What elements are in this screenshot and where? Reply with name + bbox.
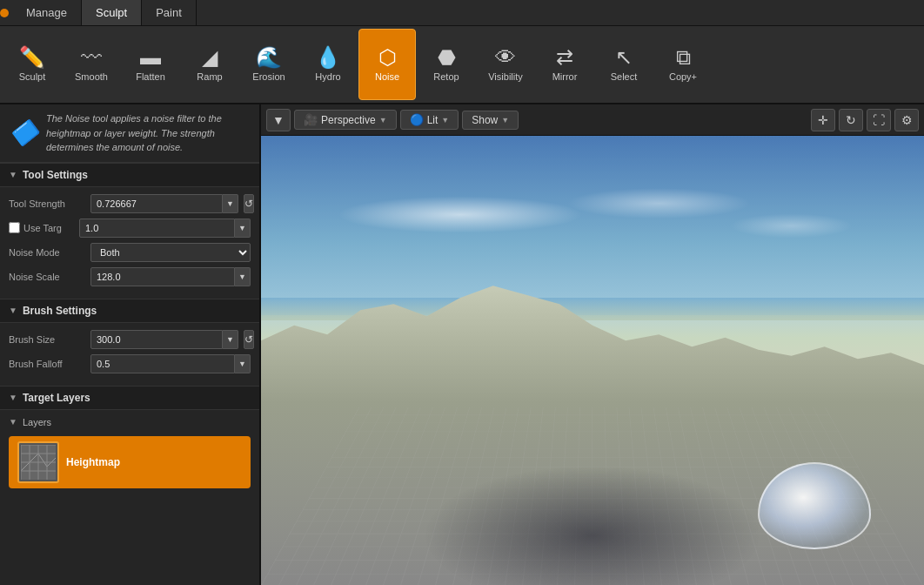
ramp-icon: ◢: [202, 47, 218, 68]
tool-sculpt[interactable]: ✏️ Sculpt: [3, 29, 61, 100]
viewport-canvas[interactable]: [261, 136, 924, 585]
mirror-icon: ⇄: [556, 47, 573, 68]
rotate-viewport-btn[interactable]: ↻: [839, 109, 863, 131]
tab-manage[interactable]: Manage: [12, 0, 82, 25]
noise-scale-row: Noise Scale ▼: [9, 267, 251, 286]
info-icon: 🔷: [9, 115, 39, 151]
maximize-viewport-btn[interactable]: ⛶: [867, 109, 891, 131]
show-btn[interactable]: Show ▼: [462, 111, 519, 130]
tool-ramp[interactable]: ◢ Ramp: [181, 29, 238, 100]
tool-noise[interactable]: ⬡ Noise: [358, 29, 416, 100]
tool-hydro[interactable]: 💧 Hydro: [299, 29, 357, 100]
brush-size-input-group: ▼: [90, 330, 238, 349]
settings-viewport-btn[interactable]: ⚙: [894, 109, 919, 131]
tool-settings-arrow: ▼: [9, 170, 17, 179]
target-layers-header[interactable]: ▼ Target Layers: [0, 386, 259, 410]
lit-dropdown-arrow: ▼: [441, 116, 449, 124]
move-viewport-btn[interactable]: ✛: [811, 109, 835, 131]
select-icon: ↖: [615, 47, 633, 68]
perspective-btn[interactable]: 🎥 Perspective ▼: [294, 110, 397, 130]
noise-scale-arrow-btn[interactable]: ▼: [235, 267, 251, 286]
hydro-icon: 💧: [315, 47, 341, 68]
noise-scale-input[interactable]: [90, 267, 235, 286]
perspective-label: Perspective: [321, 114, 376, 126]
brush-falloff-input[interactable]: [90, 354, 235, 373]
layers-section: ▼ Layers: [0, 410, 259, 492]
brush-falloff-arrow-btn[interactable]: ▼: [235, 354, 251, 373]
smooth-icon: 〰: [81, 47, 102, 68]
tool-flatten[interactable]: ▬ Flatten: [122, 29, 179, 100]
viewport-right-buttons: ✛ ↻ ⛶ ⚙: [811, 109, 919, 131]
visibility-label: Visibility: [488, 71, 523, 82]
noise-scale-input-group: ▼: [90, 267, 251, 286]
use-target-input-group: ▼: [79, 219, 251, 238]
hydro-label: Hydro: [315, 71, 340, 82]
brush-size-arrow-btn[interactable]: ▼: [223, 330, 238, 349]
tab-sculpt[interactable]: Sculpt: [82, 0, 142, 25]
terrain-shadow: [393, 338, 791, 585]
heightmap-name: Heightmap: [66, 456, 120, 468]
copy-icon: ⧉: [676, 47, 691, 68]
brush-falloff-input-group: ▼: [90, 354, 251, 373]
viewport-toolbar: ▼ 🎥 Perspective ▼ 🔵 Lit ▼ Show ▼ ✛ ↻ ⛶ ⚙: [261, 104, 924, 136]
tool-smooth[interactable]: 〰 Smooth: [63, 29, 120, 100]
heightmap-thumb-icon: [21, 445, 56, 480]
use-target-input[interactable]: [79, 219, 235, 238]
main-content: 🔷 The Noise tool applies a noise filter …: [0, 104, 924, 585]
lit-btn[interactable]: 🔵 Lit ▼: [400, 110, 459, 130]
brush-settings-body: Brush Size ▼ ↺ Brush Falloff ▼: [0, 323, 259, 386]
brush-size-row: Brush Size ▼ ↺: [9, 330, 251, 349]
brush-size-input[interactable]: [90, 330, 223, 349]
smooth-label: Smooth: [75, 71, 108, 82]
lit-label: Lit: [427, 114, 439, 126]
sculpt-label: Sculpt: [19, 71, 46, 82]
tool-copy[interactable]: ⧉ Copy+: [654, 29, 712, 100]
left-panel: 🔷 The Noise tool applies a noise filter …: [0, 104, 261, 585]
show-label: Show: [472, 114, 498, 126]
tool-visibility[interactable]: 👁 Visibility: [477, 29, 534, 100]
brush-settings-header[interactable]: ▼ Brush Settings: [0, 299, 259, 323]
tool-strength-input[interactable]: [90, 194, 223, 213]
tool-retop[interactable]: ⬣ Retop: [418, 29, 475, 100]
tab-paint[interactable]: Paint: [142, 0, 197, 25]
description-text: The Noise tool applies a noise filter to…: [46, 111, 251, 155]
flatten-icon: ▬: [140, 47, 161, 68]
tool-mirror[interactable]: ⇄ Mirror: [536, 29, 593, 100]
tool-settings-header[interactable]: ▼ Tool Settings: [0, 163, 259, 187]
use-target-arrow-btn[interactable]: ▼: [235, 219, 251, 238]
brush-size-reset-btn[interactable]: ↺: [244, 330, 254, 349]
tool-strength-reset-btn[interactable]: ↺: [244, 194, 254, 213]
heightmap-thumbnail: [17, 441, 59, 483]
layers-arrow: ▼: [9, 417, 17, 427]
tool-strength-label: Tool Strength: [9, 198, 87, 209]
top-toolbar: Manage Sculpt Paint: [0, 0, 924, 26]
layers-subsection[interactable]: ▼ Layers: [9, 414, 251, 431]
erosion-label: Erosion: [252, 71, 285, 82]
perspective-icon: 🎥: [304, 113, 318, 126]
tool-strength-arrow-btn[interactable]: ▼: [223, 194, 238, 213]
tool-erosion[interactable]: 🌊 Erosion: [240, 29, 298, 100]
perspective-dropdown-arrow: ▼: [379, 116, 387, 124]
icon-toolbar: ✏️ Sculpt 〰 Smooth ▬ Flatten ◢ Ramp 🌊 Er…: [0, 26, 924, 104]
noise-scale-label: Noise Scale: [9, 272, 87, 282]
select-label: Select: [611, 71, 638, 82]
target-layers-title: Target Layers: [23, 392, 90, 404]
flatten-label: Flatten: [136, 71, 165, 82]
brush-settings-arrow: ▼: [9, 306, 17, 315]
heightmap-layer-item[interactable]: Heightmap: [9, 436, 251, 488]
erosion-icon: 🌊: [256, 47, 282, 68]
use-target-row: Use Targ ▼: [9, 219, 251, 238]
viewport: ▼ 🎥 Perspective ▼ 🔵 Lit ▼ Show ▼ ✛ ↻ ⛶ ⚙: [261, 104, 924, 585]
ramp-label: Ramp: [197, 71, 222, 82]
tool-select[interactable]: ↖ Select: [595, 29, 653, 100]
description-area: 🔷 The Noise tool applies a noise filter …: [0, 104, 259, 163]
tool-strength-row: Tool Strength ▼ ↺: [9, 194, 251, 213]
viewport-menu-btn[interactable]: ▼: [266, 109, 291, 131]
noise-label: Noise: [375, 71, 399, 82]
noise-mode-label: Noise Mode: [9, 247, 87, 258]
cloud-layer: [261, 158, 924, 271]
use-target-checkbox[interactable]: [9, 222, 20, 233]
brush-falloff-label: Brush Falloff: [9, 359, 87, 369]
noise-mode-select[interactable]: Both Raise Only Lower Only: [90, 243, 251, 262]
tool-strength-input-group: ▼: [90, 194, 238, 213]
